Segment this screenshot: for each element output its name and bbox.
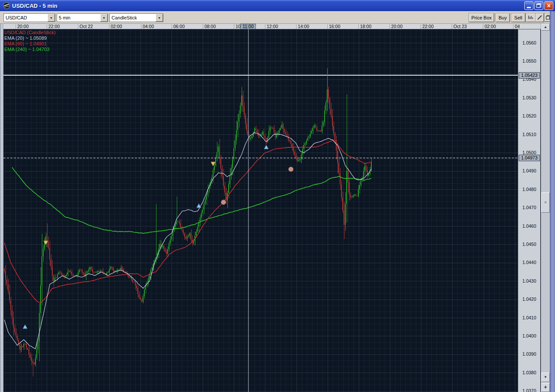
close-icon: × <box>547 2 550 10</box>
price-label: 1.0370 <box>518 388 540 392</box>
close-button[interactable]: × <box>544 1 553 10</box>
time-label: 02:00 <box>485 24 496 29</box>
grip-icon: ≡ <box>544 200 546 204</box>
sell-button[interactable]: Sell <box>511 13 525 22</box>
minimize-button[interactable] <box>524 1 533 10</box>
window-border-right <box>550 11 555 392</box>
chevron-down-icon[interactable]: ▼ <box>156 14 163 22</box>
scroll-down-button[interactable]: ▼ <box>541 373 550 382</box>
time-tick <box>16 24 16 29</box>
time-tick <box>452 24 452 29</box>
legend-ema60: EMA (60) ~ 1.04901 <box>4 41 56 47</box>
arrow-down-icon: ▼ <box>544 375 547 379</box>
buy-button[interactable]: Buy <box>496 13 510 22</box>
plus-icon: + <box>544 384 547 390</box>
time-label: 04 <box>515 24 520 29</box>
price-label: 1.0560 <box>518 40 540 45</box>
zoom-in-button[interactable]: + <box>541 383 550 392</box>
time-tick <box>513 24 514 29</box>
price-label: 1.0380 <box>518 370 540 375</box>
chart-type-select-value: CandleStick <box>110 14 156 22</box>
restore-icon <box>536 3 541 8</box>
price-label: 1.0550 <box>518 58 540 64</box>
volume-bars-button[interactable] <box>526 13 536 22</box>
volume-bars-icon <box>528 15 534 20</box>
time-tick <box>203 24 203 29</box>
chevron-down-icon[interactable]: ▼ <box>100 14 108 22</box>
symbol-select-value: USD/CAD <box>4 14 48 22</box>
legend-ema20: EMA (20) ~ 1.05089 <box>4 35 56 41</box>
price-label: 1.0480 <box>518 187 540 192</box>
time-axis[interactable]: 11:00 20:0022:00Oct 2202:0004:0006:0008:… <box>0 24 544 29</box>
window-border-left <box>0 24 3 392</box>
legend-symbol: USD/CAD (CandleStick) <box>4 30 56 35</box>
time-label: 14:00 <box>298 24 309 29</box>
price-label: 1.0400 <box>518 333 540 338</box>
minimize-icon <box>527 7 531 8</box>
price-label: 1.0420 <box>518 296 540 302</box>
price-label: 1.0530 <box>518 95 540 100</box>
symbol-select[interactable]: USD/CAD ▼ <box>3 13 55 22</box>
time-label: 12:00 <box>267 24 278 29</box>
arrow-up-icon: ▲ <box>544 25 547 29</box>
time-tick <box>109 24 109 29</box>
price-line-badge: 1.05423 <box>519 72 540 79</box>
time-tick <box>172 24 172 29</box>
time-label: 02:00 <box>111 24 122 29</box>
window-title: USD/CAD - 5 min <box>12 3 57 9</box>
crosshair-time-badge: 11:00 <box>240 24 256 29</box>
price-label: 1.0440 <box>518 260 540 265</box>
draw-line-button[interactable] <box>536 13 544 22</box>
time-tick <box>296 24 297 29</box>
restore-button[interactable] <box>534 1 543 10</box>
vertical-scrollbar[interactable]: ▲ ≡ ▼ + <box>541 24 550 392</box>
chart-canvas[interactable] <box>3 29 518 392</box>
price-axis[interactable]: 1.05423 1.04973 1.05601.05501.05401.0530… <box>518 29 540 392</box>
price-label: 1.0450 <box>518 242 540 247</box>
toolbar: USD/CAD ▼ 5 min ▼ CandleStick ▼ Price Bo… <box>0 11 555 24</box>
chevron-down-icon[interactable]: ▼ <box>48 14 55 22</box>
trading-window: USD/CAD - 5 min × USD/CAD ▼ 5 min ▼ Cand… <box>0 0 555 392</box>
price-label: 1.0460 <box>518 223 540 229</box>
price-box-button[interactable]: Price Box <box>469 13 494 22</box>
time-tick <box>358 24 359 29</box>
time-label: 20:00 <box>391 24 402 29</box>
price-label: 1.0470 <box>518 205 540 210</box>
time-tick <box>47 24 47 29</box>
scrollbar-thumb[interactable]: ≡ <box>541 192 550 213</box>
price-label: 1.0510 <box>518 132 540 137</box>
time-tick <box>327 24 328 29</box>
time-label: 06:00 <box>173 24 185 29</box>
scroll-up-button[interactable]: ▲ <box>541 24 550 31</box>
time-tick <box>141 24 141 29</box>
time-tick <box>389 24 390 29</box>
price-label: 1.0430 <box>518 278 540 284</box>
time-tick <box>483 24 483 29</box>
window-controls: × <box>524 1 553 10</box>
time-tick <box>78 24 78 29</box>
app-icon <box>3 2 10 10</box>
trendline-icon <box>537 15 542 20</box>
price-label: 1.0490 <box>518 168 540 173</box>
chart-legend: USD/CAD (CandleStick) EMA (20) ~ 1.05089… <box>4 30 56 52</box>
time-tick <box>265 24 265 29</box>
time-label: 08:00 <box>204 24 216 29</box>
time-label: 18:00 <box>360 24 371 29</box>
time-tick <box>421 24 421 29</box>
time-label: 22:00 <box>422 24 434 29</box>
time-label: 16:00 <box>329 24 340 29</box>
interval-select[interactable]: 5 min ▼ <box>57 13 108 22</box>
time-label: Oct 22 <box>80 24 93 29</box>
price-label: 1.0520 <box>518 113 540 118</box>
interval-select-value: 5 min <box>57 14 100 22</box>
legend-ema240: EMA (240) ~ 1.04703 <box>4 47 56 52</box>
time-label: Oct 23 <box>453 24 467 29</box>
chart-type-select[interactable]: CandleStick ▼ <box>109 13 163 22</box>
price-label: 1.0410 <box>518 315 540 320</box>
current-price-badge: 1.04973 <box>519 155 540 161</box>
titlebar: USD/CAD - 5 min × <box>0 0 555 11</box>
price-label: 1.0390 <box>518 351 540 357</box>
time-tick <box>234 24 234 29</box>
time-label: 20:00 <box>17 24 29 29</box>
time-label: 04:00 <box>143 24 154 29</box>
